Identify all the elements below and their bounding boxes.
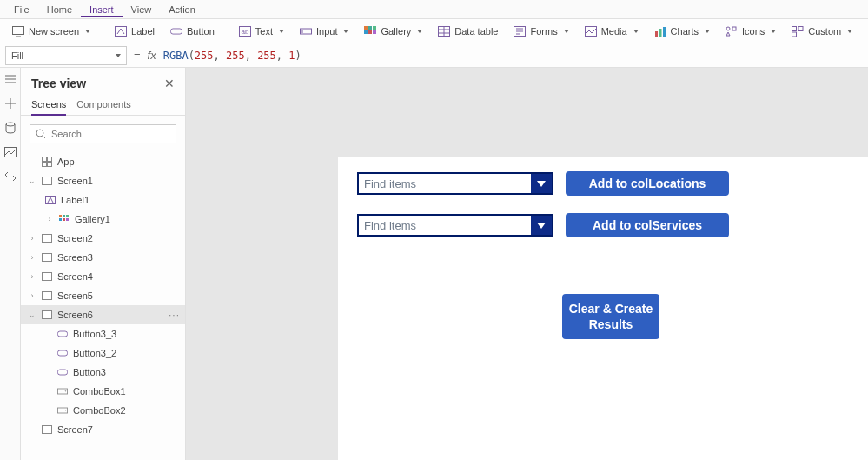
tree-item-screen7[interactable]: Screen7 — [21, 420, 185, 439]
tree-item-button3_3[interactable]: Button3_3 — [21, 324, 185, 343]
tree-item-app[interactable]: App — [21, 152, 185, 171]
svg-rect-54 — [46, 197, 56, 204]
svg-rect-61 — [63, 218, 65, 221]
equals-sign: = — [127, 49, 148, 62]
tree-label: ComboBox2 — [73, 405, 126, 416]
insert-rail-icon[interactable] — [4, 97, 17, 110]
menu-file[interactable]: File — [5, 2, 38, 17]
ribbon-custom[interactable]: Custom — [785, 23, 859, 40]
ribbon-insert: New screen Label Button ab Text Input Ga… — [0, 19, 868, 43]
chevron-down-icon — [771, 30, 776, 33]
ribbon-gallery[interactable]: Gallery — [357, 23, 429, 40]
menu-action[interactable]: Action — [160, 2, 204, 17]
svg-rect-60 — [59, 218, 62, 221]
ribbon-new-screen[interactable]: New screen — [5, 23, 97, 40]
tree-item-screen4[interactable]: › Screen4 — [21, 267, 185, 286]
combobox-locations[interactable]: Find items — [357, 172, 553, 195]
svg-rect-29 — [732, 27, 736, 30]
tree-item-screen1[interactable]: ⌄ Screen1 — [21, 171, 185, 190]
svg-rect-58 — [63, 215, 65, 217]
ribbon-forms[interactable]: Forms — [507, 23, 575, 40]
media-icon — [585, 25, 597, 37]
svg-rect-53 — [48, 163, 52, 167]
ribbon-input[interactable]: Input — [293, 23, 355, 40]
ribbon-label[interactable]: Label — [108, 23, 162, 40]
screen-canvas[interactable]: Find items Add to colLocations Find item… — [338, 157, 868, 460]
tree-item-button3[interactable]: Button3 — [21, 363, 185, 382]
ribbon-data-table[interactable]: Data table — [431, 23, 505, 40]
data-rail-icon[interactable] — [4, 122, 17, 134]
button-clear-create[interactable]: Clear & Create Results — [562, 294, 659, 339]
svg-rect-11 — [368, 26, 372, 30]
svg-rect-65 — [57, 370, 67, 375]
combobox-icon — [57, 405, 68, 416]
tab-components[interactable]: Components — [76, 99, 130, 115]
tree-item-label1[interactable]: Label1 — [21, 190, 185, 210]
ribbon-charts[interactable]: Charts — [647, 23, 717, 40]
menu-insert[interactable]: Insert — [81, 2, 123, 17]
formula-input[interactable]: RGBA(255, 255, 255, 1) — [163, 50, 301, 62]
gallery-icon — [364, 25, 376, 37]
button-add-services[interactable]: Add to colServices — [566, 213, 729, 237]
tree-item-combobox2[interactable]: ComboBox2 — [21, 401, 185, 420]
svg-rect-52 — [43, 163, 47, 167]
svg-rect-59 — [66, 215, 69, 217]
tree-label: Button3_3 — [73, 329, 116, 339]
chevron-down-icon[interactable] — [531, 216, 552, 235]
button-icon — [57, 367, 68, 377]
app-icon — [42, 157, 52, 167]
data-table-icon — [438, 25, 450, 37]
tree-item-screen5[interactable]: › Screen5 — [21, 286, 185, 305]
tree-item-screen3[interactable]: › Screen3 — [21, 248, 185, 267]
tree-item-screen6[interactable]: ⌄ Screen6 ··· — [21, 305, 185, 324]
more-icon[interactable]: ··· — [169, 309, 180, 321]
ribbon-button[interactable]: Button — [163, 23, 222, 40]
label-icon — [115, 25, 127, 37]
text-icon: ab — [239, 25, 251, 37]
svg-rect-13 — [364, 30, 368, 34]
charts-icon — [654, 25, 666, 37]
property-selector[interactable]: Fill — [5, 46, 127, 65]
ribbon-text[interactable]: ab Text — [232, 23, 291, 40]
advanced-rail-icon[interactable] — [4, 170, 17, 183]
svg-rect-25 — [655, 31, 658, 37]
media-rail-icon[interactable] — [4, 146, 17, 158]
tree-view-rail-icon[interactable] — [4, 73, 17, 85]
ribbon-media[interactable]: Media — [578, 23, 646, 40]
tree-item-gallery1[interactable]: › Gallery1 — [21, 210, 185, 229]
svg-rect-2 — [116, 26, 127, 36]
screen-icon — [42, 177, 52, 185]
svg-rect-64 — [57, 350, 67, 356]
button-icon — [57, 329, 68, 339]
custom-icon — [792, 25, 804, 37]
menu-view[interactable]: View — [123, 2, 161, 17]
tree-item-screen2[interactable]: › Screen2 — [21, 229, 185, 248]
tree-search-input[interactable] — [51, 129, 171, 139]
ribbon-icons[interactable]: Icons — [719, 23, 783, 40]
tree-label: Screen3 — [57, 252, 93, 263]
tree-label: App — [57, 157, 75, 167]
chevron-down-icon — [564, 30, 569, 33]
tree-search[interactable] — [30, 124, 176, 143]
svg-rect-51 — [48, 157, 52, 162]
combobox-icon — [57, 386, 68, 397]
svg-rect-5 — [170, 28, 182, 33]
svg-line-4 — [121, 29, 124, 34]
svg-point-46 — [6, 123, 15, 126]
ribbon-ai-builder[interactable]: AI Builder — [861, 23, 868, 40]
tree-item-combobox1[interactable]: ComboBox1 — [21, 382, 185, 401]
tab-screens[interactable]: Screens — [31, 99, 66, 116]
button-add-locations[interactable]: Add to colLocations — [566, 171, 729, 196]
property-name: Fill — [11, 50, 23, 61]
tree-label: Screen1 — [57, 176, 93, 186]
svg-point-48 — [36, 130, 43, 137]
combobox-placeholder: Find items — [359, 219, 531, 232]
combobox-services[interactable]: Find items — [357, 214, 553, 237]
svg-rect-31 — [792, 26, 797, 30]
close-icon[interactable]: ✕ — [164, 77, 175, 90]
menu-home[interactable]: Home — [38, 2, 81, 17]
tree-item-button3_2[interactable]: Button3_2 — [21, 343, 185, 363]
input-icon — [300, 25, 312, 37]
chevron-down-icon[interactable] — [531, 174, 552, 193]
ribbon-new-screen-label: New screen — [29, 26, 79, 37]
